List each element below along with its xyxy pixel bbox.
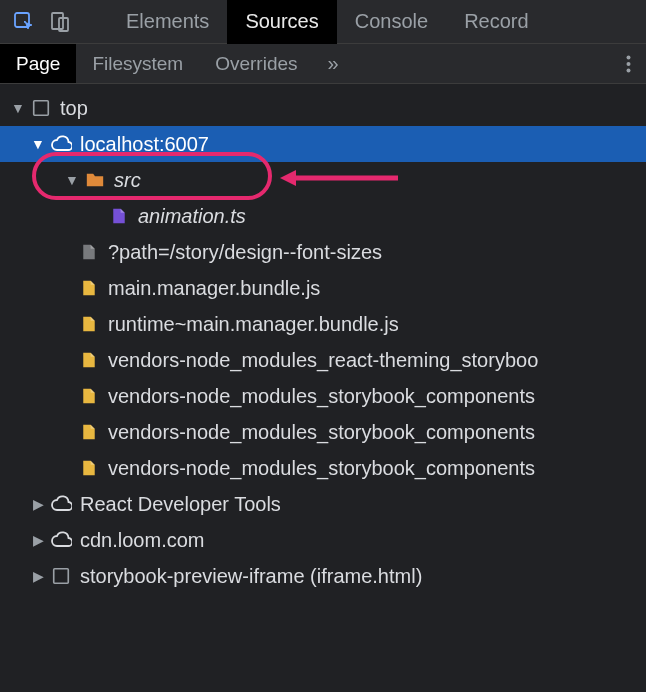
tree-label: vendors-node_modules_storybook_component… bbox=[108, 457, 535, 480]
tree-item-vendors4[interactable]: vendors-node_modules_storybook_component… bbox=[0, 450, 646, 486]
panel-tabs: Elements Sources Console Record bbox=[108, 0, 547, 44]
file-icon bbox=[78, 385, 100, 407]
inspect-element-icon[interactable] bbox=[6, 4, 42, 40]
chevron-right-icon bbox=[30, 496, 46, 512]
file-icon bbox=[78, 457, 100, 479]
tree-item-reactdevtools[interactable]: React Developer Tools bbox=[0, 486, 646, 522]
svg-rect-2 bbox=[52, 13, 63, 29]
kebab-menu-icon[interactable] bbox=[610, 44, 646, 84]
navigator-tree: top localhost:6007 src animation.ts ?pat… bbox=[0, 84, 646, 594]
tree-item-src[interactable]: src bbox=[0, 162, 646, 198]
tree-label: ?path=/story/design--font-sizes bbox=[108, 241, 382, 264]
tree-item-localhost[interactable]: localhost:6007 bbox=[0, 126, 646, 162]
file-icon bbox=[78, 313, 100, 335]
tree-item-runtime[interactable]: runtime~main.manager.bundle.js bbox=[0, 306, 646, 342]
sub-tab-filesystem[interactable]: Filesystem bbox=[76, 44, 199, 83]
tab-sources[interactable]: Sources bbox=[227, 0, 336, 44]
cloud-icon bbox=[50, 493, 72, 515]
file-icon bbox=[78, 421, 100, 443]
main-toolbar: Elements Sources Console Record bbox=[0, 0, 646, 44]
cloud-icon bbox=[50, 529, 72, 551]
tree-item-top[interactable]: top bbox=[0, 90, 646, 126]
tree-item-animation[interactable]: animation.ts bbox=[0, 198, 646, 234]
chevron-right-icon bbox=[30, 568, 46, 584]
chevron-right-icon bbox=[30, 532, 46, 548]
tree-item-loom[interactable]: cdn.loom.com bbox=[0, 522, 646, 558]
svg-point-6 bbox=[626, 68, 630, 72]
tab-recorder[interactable]: Record bbox=[446, 0, 546, 44]
file-icon bbox=[78, 241, 100, 263]
chevron-down-icon bbox=[10, 100, 26, 116]
cloud-icon bbox=[50, 133, 72, 155]
chevron-down-icon bbox=[64, 172, 80, 188]
chevron-down-icon bbox=[30, 136, 46, 152]
tree-label: vendors-node_modules_react-theming_story… bbox=[108, 349, 538, 372]
sources-sub-toolbar: Page Filesystem Overrides » bbox=[0, 44, 646, 84]
tree-label: main.manager.bundle.js bbox=[108, 277, 320, 300]
sub-tab-overrides[interactable]: Overrides bbox=[199, 44, 313, 83]
file-icon bbox=[78, 277, 100, 299]
file-icon bbox=[78, 349, 100, 371]
tree-item-path[interactable]: ?path=/story/design--font-sizes bbox=[0, 234, 646, 270]
tab-console[interactable]: Console bbox=[337, 0, 446, 44]
svg-point-5 bbox=[626, 62, 630, 66]
tree-item-vendors1[interactable]: vendors-node_modules_react-theming_story… bbox=[0, 342, 646, 378]
tab-elements[interactable]: Elements bbox=[108, 0, 227, 44]
tree-label: localhost:6007 bbox=[80, 133, 209, 156]
svg-point-4 bbox=[626, 55, 630, 59]
file-icon bbox=[108, 205, 130, 227]
tree-label: cdn.loom.com bbox=[80, 529, 205, 552]
tree-label: src bbox=[114, 169, 141, 192]
tree-label: vendors-node_modules_storybook_component… bbox=[108, 385, 535, 408]
tree-item-vendors2[interactable]: vendors-node_modules_storybook_component… bbox=[0, 378, 646, 414]
folder-icon bbox=[84, 169, 106, 191]
tree-item-mainmanager[interactable]: main.manager.bundle.js bbox=[0, 270, 646, 306]
tree-item-iframe[interactable]: storybook-preview-iframe (iframe.html) bbox=[0, 558, 646, 594]
tree-label: React Developer Tools bbox=[80, 493, 281, 516]
tree-label: runtime~main.manager.bundle.js bbox=[108, 313, 399, 336]
tree-item-vendors3[interactable]: vendors-node_modules_storybook_component… bbox=[0, 414, 646, 450]
frame-icon bbox=[50, 565, 72, 587]
tree-label: storybook-preview-iframe (iframe.html) bbox=[80, 565, 422, 588]
tree-label: vendors-node_modules_storybook_component… bbox=[108, 421, 535, 444]
tree-label: top bbox=[60, 97, 88, 120]
sub-tab-page[interactable]: Page bbox=[0, 44, 76, 83]
frame-icon bbox=[30, 97, 52, 119]
sub-tab-more-icon[interactable]: » bbox=[314, 52, 353, 75]
tree-label: animation.ts bbox=[138, 205, 246, 228]
device-toolbar-icon[interactable] bbox=[42, 4, 78, 40]
